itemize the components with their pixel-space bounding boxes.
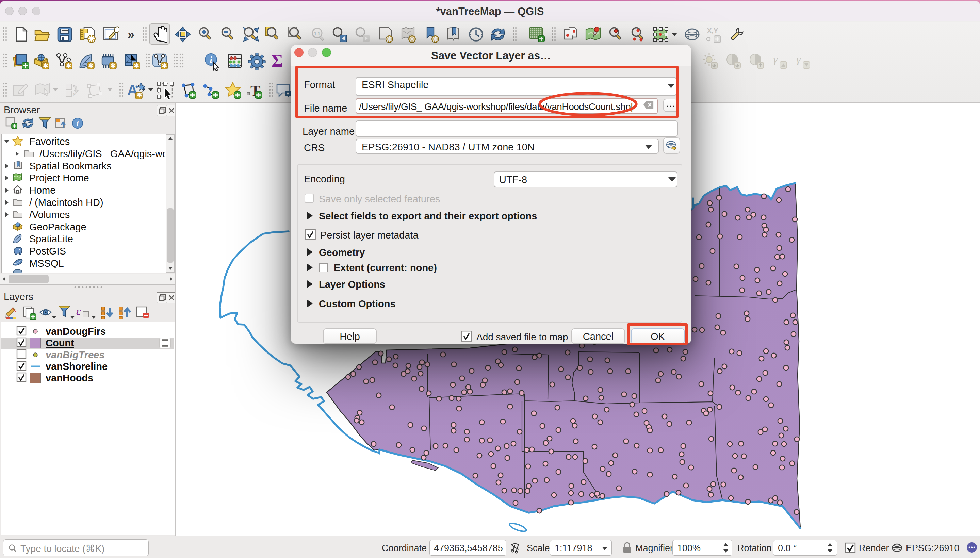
svg-text:γ: γ (773, 53, 778, 65)
svg-text:i: i (77, 119, 79, 128)
svg-text:ε: ε (73, 89, 76, 98)
svg-text:γ: γ (796, 53, 801, 65)
svg-text:ε: ε (76, 305, 81, 317)
svg-text:X,Y: X,Y (707, 27, 718, 34)
svg-text:1:1: 1:1 (314, 31, 320, 36)
svg-text:i: i (210, 55, 212, 65)
